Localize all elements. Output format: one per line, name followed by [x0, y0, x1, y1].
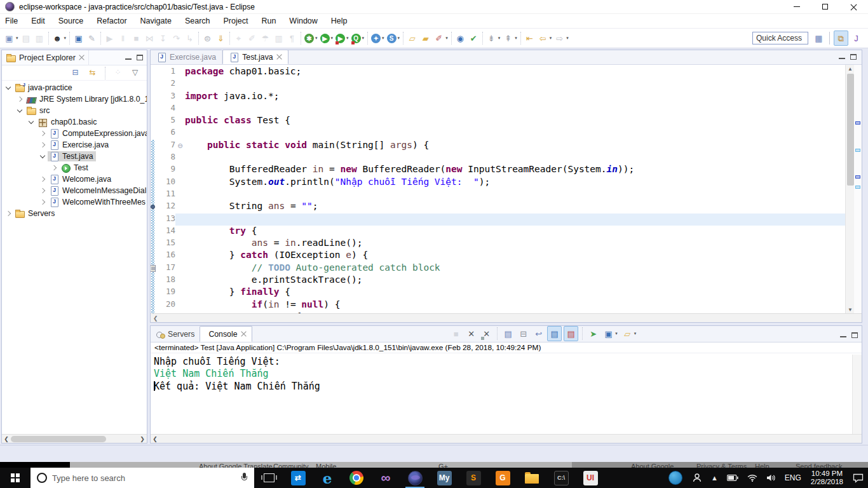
- remove-launch-button[interactable]: ✕: [465, 326, 478, 341]
- expand-arrow-icon[interactable]: [16, 95, 25, 104]
- taskbar-app-mysql-workbench[interactable]: My: [430, 468, 459, 488]
- taskbar-app-gpdf[interactable]: G: [488, 468, 517, 488]
- expand-arrow-icon[interactable]: [50, 163, 59, 172]
- forward-history-button[interactable]: ⇨▾: [553, 30, 570, 46]
- scroll-left-icon[interactable]: ❮: [153, 315, 158, 322]
- close-icon[interactable]: [276, 54, 282, 60]
- tree-item-exercise-java[interactable]: Exercise.java: [2, 139, 147, 151]
- dropdown-arrow-icon[interactable]: ▾: [615, 331, 618, 336]
- language-indicator[interactable]: ENG: [780, 468, 806, 488]
- quick-access-input[interactable]: Quick Access: [752, 32, 808, 44]
- dropdown-arrow-icon[interactable]: ▾: [331, 36, 334, 41]
- scroll-right-icon[interactable]: ❯: [138, 436, 147, 442]
- menu-help[interactable]: Help: [331, 17, 348, 25]
- show-console-stderr-button[interactable]: ▤: [564, 326, 578, 341]
- code-line-9[interactable]: 9 BufferedReader in = new BufferedReader…: [155, 164, 845, 176]
- line-number[interactable]: 18: [155, 274, 175, 287]
- skip-all-breakpoints-button[interactable]: ⊜: [201, 30, 214, 46]
- dropdown-arrow-icon[interactable]: ▾: [398, 36, 400, 41]
- line-number[interactable]: 9: [155, 164, 175, 176]
- code-line-4[interactable]: 4: [155, 103, 845, 115]
- dropdown-arrow-icon[interactable]: ▾: [382, 36, 384, 41]
- line-number[interactable]: 2: [155, 78, 175, 90]
- menu-project[interactable]: Project: [224, 17, 248, 25]
- line-number[interactable]: 11: [155, 189, 175, 201]
- collapse-arrow-icon[interactable]: [27, 118, 36, 126]
- expand-arrow-icon[interactable]: [39, 198, 48, 207]
- line-number[interactable]: 14: [155, 226, 175, 238]
- task-marker-icon[interactable]: [151, 265, 156, 272]
- code-line-20[interactable]: 20 if(in != null) {: [155, 299, 845, 311]
- expand-arrow-icon[interactable]: [39, 175, 48, 184]
- code-line-2[interactable]: 2: [155, 78, 845, 90]
- coverage-button[interactable]: ▶▾: [334, 30, 350, 46]
- pin-console-button[interactable]: ➤: [587, 326, 600, 341]
- taskbar-clock[interactable]: 10:49 PM 2/28/2018: [806, 470, 848, 486]
- tree-item-welcomeinmessagedial[interactable]: WelcomeInMessageDial: [2, 185, 147, 196]
- collapse-arrow-icon[interactable]: [39, 152, 48, 161]
- microphone-icon[interactable]: [241, 473, 248, 483]
- code-line-18[interactable]: 18 e.printStackTrace();: [155, 274, 845, 287]
- console-hscrollbar[interactable]: ❮: [151, 434, 862, 443]
- line-number[interactable]: 7: [155, 140, 175, 152]
- line-number[interactable]: 20: [155, 299, 175, 311]
- run-validation-button[interactable]: ✔: [467, 30, 480, 46]
- expand-arrow-icon[interactable]: [39, 186, 48, 195]
- line-number[interactable]: 17: [155, 262, 175, 274]
- tree-item-test[interactable]: Test: [2, 162, 147, 173]
- minimize-view-button[interactable]: [125, 55, 132, 60]
- code-line-6[interactable]: 6: [155, 127, 845, 139]
- code-line-16[interactable]: 16 } catch (IOException e) {: [155, 250, 845, 262]
- import-file-button[interactable]: ▱: [405, 30, 419, 46]
- editor-vscrollbar[interactable]: ▲ ▼: [845, 65, 854, 314]
- scrollbar-thumb[interactable]: [847, 74, 854, 186]
- scroll-left-icon[interactable]: ❮: [2, 436, 11, 442]
- dropdown-arrow-icon[interactable]: ▾: [16, 36, 18, 41]
- editor-hscrollbar[interactable]: ❮: [151, 313, 862, 322]
- tree-item-java-practice[interactable]: Jjava-practice: [2, 82, 147, 93]
- taskbar-app-teamviewer[interactable]: ⇄: [283, 468, 313, 488]
- window-close-button[interactable]: [839, 0, 868, 14]
- close-icon[interactable]: [79, 55, 85, 60]
- new-web-project-button[interactable]: ✦▾: [370, 30, 386, 46]
- display-selected-console-button[interactable]: ▣▾: [602, 326, 619, 341]
- previous-annotation-button[interactable]: ⇞▾: [501, 30, 519, 46]
- mark-occurrences-button[interactable]: ✎: [85, 30, 98, 46]
- maximize-view-button[interactable]: [851, 332, 858, 338]
- code-line-7[interactable]: 7⊖ public static void main(String[] args…: [155, 140, 845, 152]
- project-explorer-tab[interactable]: Project Explorer: [2, 50, 89, 65]
- scroll-left-icon[interactable]: ❮: [151, 436, 159, 442]
- taskbar-app-chrome[interactable]: [342, 468, 371, 488]
- menu-file[interactable]: File: [5, 17, 18, 25]
- occurrence-marker[interactable]: [855, 149, 860, 152]
- minimize-view-button[interactable]: [840, 332, 846, 337]
- open-console-view-button[interactable]: ▣: [72, 30, 85, 46]
- back-history-button[interactable]: ⇦▾: [536, 30, 553, 46]
- occurrence-marker[interactable]: [855, 121, 860, 125]
- code-line-13[interactable]: 13: [155, 214, 845, 226]
- tree-item-welcomewiththreemes[interactable]: WelcomeWithThreeMes: [2, 196, 147, 208]
- line-number[interactable]: 6: [155, 127, 175, 139]
- line-number[interactable]: 13: [155, 214, 175, 226]
- line-number[interactable]: 12: [155, 201, 175, 213]
- action-center-button[interactable]: [848, 468, 868, 488]
- view-menu-button[interactable]: ▽: [128, 65, 142, 81]
- people-button[interactable]: [688, 468, 707, 488]
- taskbar-app-eclipse[interactable]: [400, 468, 430, 488]
- occurrence-marker[interactable]: [855, 175, 860, 179]
- dropdown-arrow-icon[interactable]: ▾: [515, 36, 517, 41]
- minimize-view-button[interactable]: [839, 54, 845, 59]
- code-line-14[interactable]: 14 try {: [155, 226, 845, 238]
- export-file-button[interactable]: ▰: [419, 30, 432, 46]
- menu-edit[interactable]: Edit: [31, 17, 45, 25]
- scroll-lock-button[interactable]: ⊟: [517, 326, 530, 341]
- last-edit-location-button[interactable]: ⇤: [523, 30, 536, 46]
- dropdown-arrow-icon[interactable]: ▾: [634, 331, 637, 336]
- collapse-arrow-icon[interactable]: [16, 106, 25, 115]
- menu-source[interactable]: Source: [58, 17, 84, 25]
- scroll-up-icon[interactable]: ▲: [846, 65, 855, 73]
- collapse-arrow-icon[interactable]: [4, 83, 13, 92]
- taskbar-app-file-explorer[interactable]: [517, 468, 546, 488]
- perspective-javaee-button[interactable]: ⧉: [834, 30, 848, 46]
- line-number[interactable]: 19: [155, 287, 175, 299]
